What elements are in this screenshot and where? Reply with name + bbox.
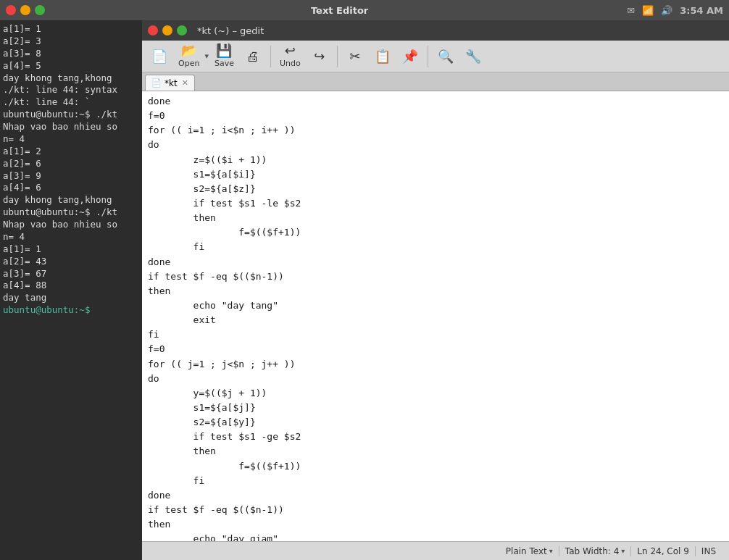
paste-button[interactable]: 📌 <box>397 47 423 66</box>
open-dropdown-arrow[interactable]: ▾ <box>204 51 209 61</box>
close-button[interactable] <box>6 5 16 15</box>
code-line: if test $s1 -ge $s2 <box>148 430 723 444</box>
copy-button[interactable]: 📋 <box>370 47 396 66</box>
window-controls[interactable] <box>6 5 45 15</box>
editor-tab-kt[interactable]: 📄 *kt ✕ <box>145 75 195 91</box>
code-line: then <box>148 284 723 298</box>
term-line: a[2]= 3 <box>3 35 139 48</box>
code-line: y=$(($j + 1)) <box>148 386 723 401</box>
term-line: a[2]= 6 <box>3 158 139 170</box>
term-line: a[2]= 43 <box>3 256 139 268</box>
open-button-group[interactable]: 📂 Open ▾ <box>174 41 209 71</box>
tab-width-dropdown-arrow: ▾ <box>621 547 625 555</box>
code-line: then <box>148 517 723 532</box>
term-line: day tang <box>3 292 139 304</box>
undo-icon: ↩ <box>285 44 296 57</box>
code-line: echo "day giam" <box>148 532 723 541</box>
term-line: a[1]= 1 <box>3 23 139 35</box>
code-line: z=$(($i + 1)) <box>148 153 723 167</box>
tab-width-status[interactable]: Tab Width: 4 ▾ <box>559 546 632 556</box>
gedit-title-text: *kt (~) – gedit <box>197 25 264 36</box>
code-line: if test $f -eq $(($n-1)) <box>148 503 723 517</box>
editor-pane: *kt (~) – gedit 📄 📂 Open ▾ 💾 Save <box>142 20 729 560</box>
term-line: ubuntu@ubuntu:~$ ./kt <box>3 109 139 121</box>
code-line: done <box>148 255 723 269</box>
term-line: a[3]= 67 <box>3 268 139 280</box>
minimize-button[interactable] <box>20 5 30 15</box>
copy-icon: 📋 <box>375 50 391 63</box>
new-button[interactable]: 📄 <box>146 47 172 66</box>
clock: 3:54 AM <box>680 5 723 16</box>
paste-icon: 📌 <box>402 50 418 63</box>
cursor-position-label: Ln 24, Col 9 <box>637 546 689 556</box>
term-line: a[3]= 9 <box>3 170 139 183</box>
code-line: do <box>148 372 723 386</box>
gedit-titlebar: *kt (~) – gedit <box>142 20 729 41</box>
term-line: a[1]= 1 <box>3 243 139 256</box>
code-line: echo "day tang" <box>148 298 723 313</box>
term-line: a[1]= 2 <box>3 146 139 158</box>
envelope-icon: ✉ <box>627 5 635 16</box>
print-button[interactable]: 🖨 <box>240 47 266 66</box>
save-icon: 💾 <box>216 44 232 57</box>
input-mode-label: INS <box>701 546 716 556</box>
language-status[interactable]: Plain Text ▾ <box>500 546 559 556</box>
term-line: a[4]= 88 <box>3 280 139 292</box>
term-line: Nhap vao bao nhieu so <box>3 219 139 231</box>
code-line: if test $s1 -le $s2 <box>148 196 723 211</box>
code-line: then <box>148 444 723 459</box>
code-line: for (( i=1 ; i<$n ; i++ )) <box>148 123 723 138</box>
term-line: a[4]= 5 <box>3 60 139 72</box>
undo-button[interactable]: ↩ Undo <box>275 41 305 71</box>
code-line: s2=${a[$z]} <box>148 182 723 196</box>
term-line: a[4]= 6 <box>3 182 139 194</box>
gedit-minimize-button[interactable] <box>162 25 172 35</box>
terminal-pane[interactable]: a[1]= 1 a[2]= 3 a[3]= 8 a[4]= 5 day khon… <box>0 20 142 560</box>
code-line: f=0 <box>148 109 723 123</box>
code-line: fi <box>148 240 723 254</box>
redo-button[interactable]: ↪ <box>307 47 333 66</box>
gedit-maximize-button[interactable] <box>177 25 187 35</box>
tab-width-label: Tab Width: 4 <box>565 546 619 556</box>
term-line: ubuntu@ubuntu:~$ ./kt <box>3 206 139 219</box>
cut-icon: ✂ <box>349 50 360 63</box>
titlebar-text: Text Editor <box>52 5 627 16</box>
code-line: s1=${a[$j]} <box>148 401 723 415</box>
system-titlebar: Text Editor ✉ 📶 🔊 3:54 AM <box>0 0 729 20</box>
print-icon: 🖨 <box>246 50 259 63</box>
code-line: for (( j=1 ; j<$n ; j++ )) <box>148 357 723 372</box>
tab-close-button[interactable]: ✕ <box>182 78 188 88</box>
code-line: f=0 <box>148 342 723 356</box>
gedit-toolbar: 📄 📂 Open ▾ 💾 Save 🖨 ↩ <box>142 41 729 72</box>
term-line: day khong tang,khong <box>3 72 139 85</box>
code-line: fi <box>148 474 723 488</box>
code-line: s1=${a[$i]} <box>148 167 723 182</box>
term-line: ./kt: line 44: ` <box>3 96 139 109</box>
code-line: done <box>148 488 723 503</box>
term-line: ./kt: line 44: syntax <box>3 84 139 96</box>
input-mode-status: INS <box>696 546 722 556</box>
code-line: f=$(($f+1)) <box>148 225 723 240</box>
code-line: f=$(($f+1)) <box>148 459 723 474</box>
find-button[interactable]: 🔍 <box>433 47 459 66</box>
file-icon: 📄 <box>151 78 162 88</box>
cut-button[interactable]: ✂ <box>342 47 368 66</box>
code-line: s2=${a[$y]} <box>148 415 723 430</box>
tools-button[interactable]: 🔧 <box>460 47 486 66</box>
gedit-close-button[interactable] <box>148 25 158 35</box>
tab-label: *kt <box>164 78 178 88</box>
search-icon: 🔍 <box>438 50 454 63</box>
maximize-button[interactable] <box>35 5 45 15</box>
term-line: Nhap vao bao nhieu so <box>3 121 139 133</box>
network-icon: 📶 <box>642 5 654 16</box>
term-line: day khong tang,khong <box>3 194 139 206</box>
code-line: exit <box>148 313 723 327</box>
open-icon: 📂 <box>181 44 197 57</box>
code-line: do <box>148 138 723 152</box>
term-line: ubuntu@ubuntu:~$ <box>3 304 139 317</box>
code-editor[interactable]: done f=0 for (( i=1 ; i<$n ; i++ )) do z… <box>142 91 729 541</box>
toolbar-separator-3 <box>428 46 428 67</box>
main-layout: a[1]= 1 a[2]= 3 a[3]= 8 a[4]= 5 day khon… <box>0 20 729 560</box>
open-button[interactable]: 📂 Open <box>174 41 204 71</box>
save-button[interactable]: 💾 Save <box>210 41 238 71</box>
